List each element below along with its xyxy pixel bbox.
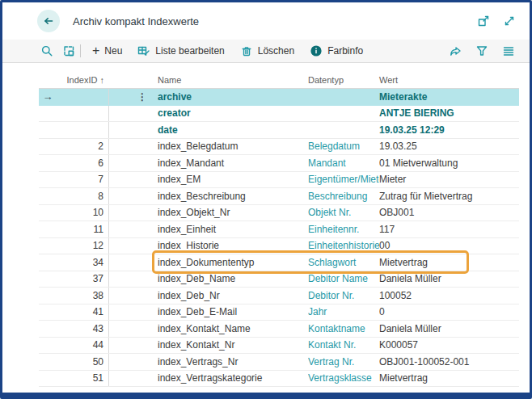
cell-name: index_Dokumententyp [158,254,308,271]
table-row[interactable]: 8index_BeschreibungBeschreibungZutrag fü… [39,188,519,205]
datentyp-link[interactable]: Einheitennr. [308,221,379,237]
datentyp-link[interactable]: Debitor Nr. [308,288,379,304]
cell-name: index_EM [158,172,308,188]
delete-button-label: Löschen [258,45,294,57]
row-menu-icon [109,221,158,237]
row-menu-icon [109,122,158,138]
row-menu-icon [109,371,158,387]
datentyp-link[interactable]: Eigentümer/Mieter [308,172,379,188]
back-button[interactable] [37,10,60,32]
table-row[interactable]: 34index_DokumententypSchlagwortMietvertr… [39,254,519,271]
farbinfo-button-label: Farbinfo [327,45,363,57]
farbinfo-button[interactable]: Farbinfo [310,44,363,57]
table-row[interactable]: 7index_EMEigentümer/MieterMieter [39,172,519,189]
table-row[interactable]: 41index_Deb_E-MailJahr0 [39,304,519,321]
table-row[interactable]: 10index_Objekt_NrObjekt Nr.OBJ001 [39,205,519,222]
table-row[interactable]: →⋮archiveMieterakte [39,89,519,106]
datentyp-link [308,106,379,122]
cell-name: index_Kontakt_Nr [158,338,308,354]
row-menu-icon[interactable]: ⋮ [109,89,158,105]
toolbar-divider [80,44,81,57]
table-row[interactable]: date19.03.25 12:29 [39,122,519,139]
datentyp-link[interactable]: Vertrag Nr. [308,354,379,370]
delete-button[interactable]: Löschen [240,44,294,57]
datentyp-link[interactable]: Objekt Nr. [308,205,379,221]
search-button[interactable] [40,44,53,57]
table-row[interactable]: 43index_Kontakt_NameKontaktnameDaniela M… [39,321,519,338]
row-menu-icon [109,139,158,155]
cell-name: index_Kontakt_Name [158,321,308,337]
datentyp-link[interactable]: Belegdatum [308,139,379,155]
column-header-datentyp[interactable]: Datentyp [308,75,379,85]
analyze-button[interactable] [62,44,75,57]
cell-name: index_Deb_Nr [158,288,308,304]
datentyp-link[interactable]: Einheitenhistorie [308,238,379,254]
cell-wert: Mieterakte [379,89,519,105]
edit-list-button[interactable]: Liste bearbeiten [137,44,224,57]
cell-wert: Zutrag für Mietvertrag [379,188,519,204]
table-row[interactable]: 50index_Vertrags_NrVertrag Nr.OBJ001-100… [39,354,519,371]
datentyp-link[interactable]: Mandant [308,155,379,171]
table-row[interactable]: 2index_BelegdatumBelegdatum19.03.25 [39,139,519,156]
datentyp-link[interactable]: Kontaktname [308,321,379,337]
row-selected-arrow-icon [39,338,57,354]
cell-indexid [57,89,109,105]
row-menu-icon [109,205,158,221]
open-in-new-window-icon [477,15,490,27]
cell-wert: 0 [379,304,519,321]
datentyp-link[interactable]: Vertragsklasse [308,371,379,387]
cell-wert: 01 Mietverwaltung [379,155,519,171]
info-icon [310,44,323,57]
cell-indexid [57,122,109,138]
new-button[interactable]: + Neu [92,45,122,57]
row-selected-arrow-icon [39,155,57,171]
datentyp-link [308,122,379,138]
cell-name: index_Mandant [158,155,308,171]
cell-indexid: 6 [57,155,109,171]
cell-wert: K000057 [379,338,519,354]
cell-wert: 19.03.25 12:29 [379,122,519,138]
page-title: Archiv kompakt Indexwerte [73,15,199,27]
table-row[interactable]: 51index_VertragskategorieVertragsklasseM… [39,371,519,388]
row-selected-arrow-icon [39,304,57,321]
cell-wert: Mietvertrag [379,254,519,271]
expand-fullscreen-button[interactable] [502,14,517,28]
table-header: IndexID ↑ Name Datentyp Wert [39,71,519,89]
cell-wert: 117 [379,221,519,237]
table-body: →⋮archiveMieteraktecreatorANTJE BIERINGd… [39,89,519,387]
cell-indexid: 10 [57,205,109,221]
datentyp-link[interactable]: Kontakt Nr. [308,338,379,354]
cell-wert: ANTJE BIERING [379,106,519,122]
datentyp-link[interactable]: Debitor Name [308,271,379,288]
cell-wert: 19.03.25 [379,139,519,155]
table-row[interactable]: 37index_Deb_NameDebitor NameDaniela Müll… [39,271,519,288]
row-menu-icon [109,321,158,337]
column-header-wert[interactable]: Wert [379,75,519,85]
row-menu-icon [109,238,158,254]
cell-wert: 100052 [379,288,519,304]
plus-icon: + [92,45,99,57]
row-selected-arrow-icon [39,172,57,188]
table-row[interactable]: 11index_EinheitEinheitennr.117 [39,221,519,238]
row-selected-arrow-icon [39,354,57,370]
table-row[interactable]: creatorANTJE BIERING [39,106,519,123]
table-row[interactable]: 44index_Kontakt_NrKontakt Nr.K000057 [39,338,519,355]
open-in-new-window-button[interactable] [476,14,491,28]
column-header-name[interactable]: Name [158,75,308,85]
cell-indexid: 2 [57,139,109,155]
cell-wert: OBJ001-100052-001 [379,354,519,370]
datentyp-link[interactable]: Jahr [308,304,379,321]
datentyp-link[interactable]: Schlagwort [308,254,379,271]
datentyp-link[interactable]: Beschreibung [308,188,379,204]
filter-icon [475,44,488,57]
table-row[interactable]: 12index_HistorieEinheitenhistorie00 [39,238,519,255]
row-selected-arrow-icon [39,122,57,138]
table-row[interactable]: 6index_MandantMandant01 Mietverwaltung [39,155,519,172]
row-menu-icon [109,254,158,271]
column-header-indexid[interactable]: IndexID ↑ [39,75,109,85]
row-menu-icon [109,304,158,321]
share-button[interactable] [449,44,462,57]
filter-button[interactable] [475,44,488,57]
view-options-button[interactable] [502,44,515,57]
table-row[interactable]: 38index_Deb_NrDebitor Nr.100052 [39,288,519,304]
